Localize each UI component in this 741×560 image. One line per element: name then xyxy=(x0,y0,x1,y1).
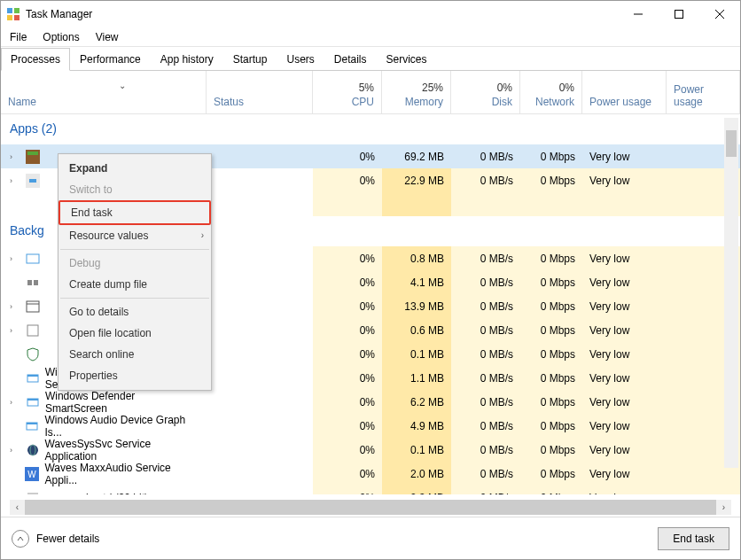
cell-disk: 0 MB/s xyxy=(451,366,520,390)
svg-rect-19 xyxy=(27,375,38,377)
chevron-right-icon[interactable]: › xyxy=(10,152,22,161)
cell-cpu: 0% xyxy=(313,438,382,462)
cell-disk: 0 MB/s xyxy=(451,414,520,438)
scrollbar-track[interactable] xyxy=(25,500,716,515)
tab-app-history[interactable]: App history xyxy=(151,48,223,71)
maximize-button[interactable] xyxy=(659,1,699,27)
process-name: WavesSysSvc Service Application xyxy=(45,438,200,463)
chevron-right-icon[interactable]: › xyxy=(10,254,22,263)
context-resource-values[interactable]: Resource values› xyxy=(58,225,211,246)
process-icon xyxy=(26,347,40,362)
header-memory[interactable]: 25%Memory xyxy=(382,71,451,113)
titlebar: Task Manager xyxy=(1,1,740,27)
chevron-up-icon xyxy=(17,535,24,542)
svg-rect-17 xyxy=(27,325,38,336)
chevron-right-icon[interactable]: › xyxy=(10,302,22,311)
context-expand[interactable]: Expand xyxy=(58,158,211,179)
header-cpu[interactable]: 5%CPU xyxy=(313,71,382,113)
cell-network: 0 Mbps xyxy=(520,144,582,168)
cell-cpu: 0% xyxy=(313,390,382,414)
process-icon xyxy=(26,371,40,385)
header-disk[interactable]: 0%Disk xyxy=(451,71,520,113)
end-task-button[interactable]: End task xyxy=(658,527,729,550)
menu-options[interactable]: Options xyxy=(43,31,79,43)
minimize-button[interactable] xyxy=(618,1,659,27)
menu-view[interactable]: View xyxy=(96,31,119,43)
scroll-left-icon[interactable]: ‹ xyxy=(10,500,25,515)
svg-text:W: W xyxy=(28,470,37,479)
fewer-details-toggle[interactable] xyxy=(12,530,29,548)
header-power2[interactable]: Power usage xyxy=(667,71,740,113)
context-open-file-location[interactable]: Open file location xyxy=(58,323,211,344)
separator xyxy=(60,298,209,299)
cell-memory: 6.2 MB xyxy=(382,390,451,414)
svg-rect-5 xyxy=(675,11,683,19)
menu-file[interactable]: File xyxy=(10,31,27,43)
context-create-dump[interactable]: Create dump file xyxy=(58,274,211,295)
cell-network: 0 Mbps xyxy=(520,168,582,192)
cell-memory: 2.0 MB xyxy=(382,462,451,486)
scroll-right-icon[interactable]: › xyxy=(716,500,731,515)
process-icon xyxy=(26,491,40,495)
cell-disk: 0 MB/s xyxy=(451,486,520,494)
cell-disk: 0 MB/s xyxy=(451,144,520,168)
cell-cpu: 0% xyxy=(313,318,382,342)
process-icon: W xyxy=(25,467,39,481)
scrollbar-thumb[interactable] xyxy=(726,130,737,157)
cell-cpu: 0% xyxy=(313,270,382,294)
header-status[interactable]: Status xyxy=(207,71,313,113)
context-end-task[interactable]: End task xyxy=(58,200,211,225)
tab-details[interactable]: Details xyxy=(324,48,377,71)
tab-users[interactable]: Users xyxy=(277,48,324,71)
table-row[interactable]: › WavesSysSvc Service Application 0% 0.1… xyxy=(1,438,740,462)
context-debug[interactable]: Debug xyxy=(58,253,211,274)
horizontal-scrollbar[interactable]: ‹ › xyxy=(10,500,731,515)
fewer-details-label[interactable]: Fewer details xyxy=(36,533,99,545)
table-row[interactable]: › vmware-hostd (32 bit) 0% 2.3 MB 0 MB/s… xyxy=(1,486,740,494)
cell-network: 0 Mbps xyxy=(520,462,582,486)
context-search-online[interactable]: Search online xyxy=(58,344,211,365)
cell-cpu: 0% xyxy=(313,414,382,438)
tab-startup[interactable]: Startup xyxy=(223,48,277,71)
tab-performance[interactable]: Performance xyxy=(70,48,151,71)
cell-cpu: 0% xyxy=(313,486,382,494)
cell-memory: 0.1 MB xyxy=(382,342,451,366)
cell-memory: 69.2 MB xyxy=(382,144,451,168)
cell-disk: 0 MB/s xyxy=(451,270,520,294)
process-icon xyxy=(26,252,40,266)
process-icon xyxy=(26,276,40,290)
group-apps[interactable]: Apps (2) xyxy=(1,114,740,144)
header-name[interactable]: ⌄ Name xyxy=(1,71,207,113)
svg-point-24 xyxy=(27,445,38,455)
table-row[interactable]: › Windows Audio Device Graph Is... 0% 4.… xyxy=(1,414,740,438)
context-properties[interactable]: Properties xyxy=(58,365,211,386)
chevron-right-icon[interactable]: › xyxy=(10,326,22,335)
chevron-right-icon[interactable]: › xyxy=(10,176,22,185)
cell-power: Very low xyxy=(582,438,667,462)
cell-network: 0 Mbps xyxy=(520,438,582,462)
chevron-right-icon[interactable]: › xyxy=(10,398,22,407)
cell-memory: 4.9 MB xyxy=(382,414,451,438)
cell-memory: 1.1 MB xyxy=(382,366,451,390)
close-button[interactable] xyxy=(699,1,740,27)
tab-processes[interactable]: Processes xyxy=(1,48,70,71)
context-switch-to[interactable]: Switch to xyxy=(58,179,211,200)
cell-power: Very low xyxy=(582,462,667,486)
table-row[interactable]: › Windows Defender SmartScreen 0% 6.2 MB… xyxy=(1,390,740,414)
cell-network: 0 Mbps xyxy=(520,390,582,414)
cell-power: Very low xyxy=(582,414,667,438)
header-network[interactable]: 0%Network xyxy=(520,71,582,113)
cell-power: Very low xyxy=(582,168,667,192)
vertical-scrollbar[interactable] xyxy=(724,118,738,468)
header-power[interactable]: Power usage xyxy=(582,71,667,113)
table-row[interactable]: › W Waves MaxxAudio Service Appli... 0% … xyxy=(1,462,740,486)
app-icon xyxy=(6,7,20,21)
tabs: Processes Performance App history Startu… xyxy=(1,48,740,71)
context-go-to-details[interactable]: Go to details xyxy=(58,301,211,323)
chevron-right-icon[interactable]: › xyxy=(10,446,22,455)
cell-memory: 0.1 MB xyxy=(382,438,451,462)
svg-rect-13 xyxy=(27,280,32,285)
tab-services[interactable]: Services xyxy=(377,48,437,71)
cell-network: 0 Mbps xyxy=(520,342,582,366)
svg-rect-15 xyxy=(27,301,39,312)
